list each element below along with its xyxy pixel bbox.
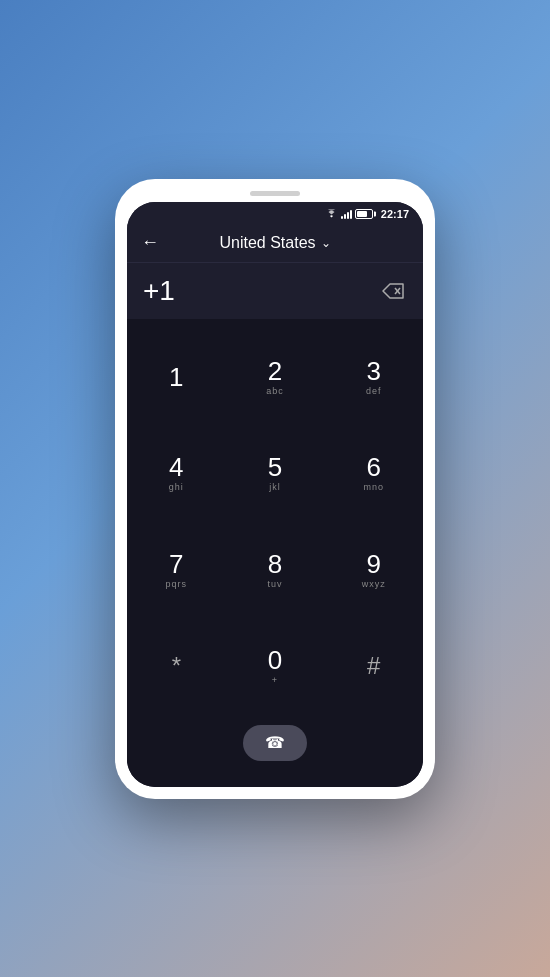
key-letters-label: def [366,386,382,396]
keypad-key-5[interactable]: 5jkl [242,441,307,506]
keypad-key-star[interactable]: * [144,634,209,699]
keypad-key-4[interactable]: 4ghi [144,441,209,506]
back-button[interactable]: ← [141,232,159,253]
phone-frame: 22:17 ← United States ⌄ +1 12abc [115,179,435,799]
key-number-label: 7 [169,551,183,577]
keypad-key-3[interactable]: 3def [341,344,406,409]
keypad-key-6[interactable]: 6mno [341,441,406,506]
key-number-label: 1 [169,364,183,390]
country-name: United States [219,234,315,252]
key-number-label: 4 [169,454,183,480]
status-bar-icons [325,209,373,219]
key-number-label: 0 [268,647,282,673]
key-number-label: 6 [366,454,380,480]
keypad-key-1[interactable]: 1 [144,344,209,409]
call-icon: ☎ [265,733,285,752]
key-letters-label: mno [363,482,384,492]
key-number-label: 8 [268,551,282,577]
dial-code-display: +1 [143,275,175,307]
phone-screen: 22:17 ← United States ⌄ +1 12abc [127,202,423,787]
key-letters-label: abc [266,386,284,396]
keypad-key-0[interactable]: 0+ [242,634,307,699]
key-letters-label: wxyz [362,579,386,589]
key-letters-label: pqrs [166,579,188,589]
key-letters-label: ghi [169,482,184,492]
key-number-label: 5 [268,454,282,480]
call-button[interactable]: ☎ [243,725,307,761]
backspace-button[interactable] [379,281,407,301]
status-time: 22:17 [381,208,409,220]
key-number-label: # [367,654,380,678]
key-letters-label: jkl [269,482,281,492]
keypad: 12abc3def4ghi5jkl6mno7pqrs8tuv9wxyz*0+# … [127,319,423,787]
key-letters-label: tuv [267,579,282,589]
keypad-key-9[interactable]: 9wxyz [341,537,406,602]
phone-notch-bar [127,191,423,196]
chevron-down-icon: ⌄ [321,236,331,250]
keypad-key-7[interactable]: 7pqrs [144,537,209,602]
key-number-label: 9 [366,551,380,577]
signal-bars-icon [341,209,352,219]
header: ← United States ⌄ [127,224,423,263]
key-letters-label: + [272,675,278,685]
call-row: ☎ [127,715,423,777]
country-selector[interactable]: United States ⌄ [219,234,330,252]
key-number-label: 3 [366,358,380,384]
dial-code-row: +1 [127,263,423,319]
backspace-icon [382,283,404,299]
keypad-key-8[interactable]: 8tuv [242,537,307,602]
key-number-label: 2 [268,358,282,384]
key-number-label: * [172,654,181,678]
keypad-key-hash[interactable]: # [341,634,406,699]
status-bar: 22:17 [127,202,423,224]
phone-speaker [250,191,300,196]
battery-icon [355,209,373,219]
wifi-icon [325,209,338,219]
keypad-grid: 12abc3def4ghi5jkl6mno7pqrs8tuv9wxyz*0+# [127,329,423,715]
keypad-key-2[interactable]: 2abc [242,344,307,409]
